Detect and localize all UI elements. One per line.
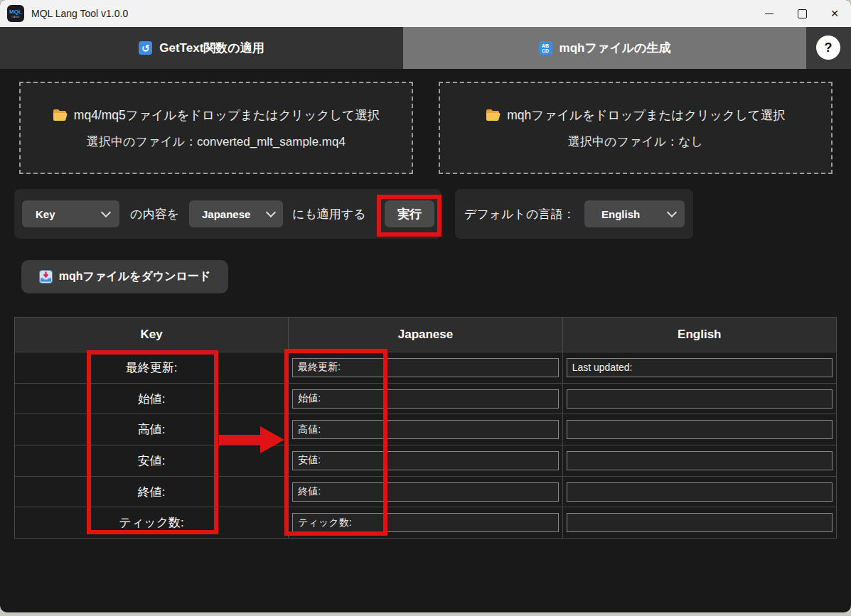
tab-mqh-generate[interactable]: AB CD mqhファイルの生成 (403, 27, 806, 69)
execute-button[interactable]: 実行 (385, 200, 434, 227)
taskbar-edge (0, 612, 851, 616)
table-row: 終値: (15, 476, 836, 507)
titlebar: MQL LANG MQL Lang Tool v1.0.0 × (0, 0, 851, 27)
japanese-input[interactable] (292, 420, 558, 439)
folder-icon (53, 109, 68, 121)
english-input[interactable] (567, 389, 833, 409)
folder-icon (486, 109, 501, 121)
table-row: 始値: (15, 383, 836, 414)
japanese-input[interactable] (292, 358, 558, 377)
dropzone-mq4[interactable]: mq4/mq5ファイルをドロップまたはクリックして選択 選択中のファイル：con… (19, 82, 413, 174)
header-key: Key (15, 318, 289, 352)
japanese-cell (289, 507, 562, 538)
apply-panel: Key の内容を Japanese にも適用する 実行 (14, 189, 441, 239)
key-text: 最終更新: (126, 360, 178, 376)
window-title: MQL Lang Tool v1.0.0 (31, 8, 128, 19)
key-text: 始値: (138, 391, 166, 407)
english-cell (563, 414, 836, 445)
window-controls: × (753, 0, 851, 27)
apply-suffix-text: にも適用する (292, 189, 366, 239)
app-window: MQL LANG MQL Lang Tool v1.0.0 × ↺ GetTex (0, 0, 851, 616)
minimize-icon (765, 13, 774, 14)
dropzone-mqh[interactable]: mqhファイルをドロップまたはクリックして選択 選択中のファイル：なし (439, 82, 833, 174)
key-text: 安値: (138, 453, 166, 469)
key-cell: 始値: (15, 384, 289, 414)
app-logo-icon: MQL LANG (7, 5, 24, 22)
tab-mqh-label: mqhファイルの生成 (560, 40, 671, 56)
tab-gettext-apply[interactable]: ↺ GetText関数の適用 (0, 27, 403, 69)
chevron-down-icon (667, 207, 677, 217)
key-text: 高値: (138, 421, 166, 438)
english-input[interactable] (567, 358, 833, 377)
tab-gettext-label: GetText関数の適用 (159, 40, 264, 56)
download-inbox-icon (39, 270, 53, 283)
table-row: ティック数: (15, 507, 836, 538)
help-zone: ? (806, 27, 851, 69)
dropzone-mqh-selected-file: 選択中のファイル：なし (568, 134, 703, 150)
refresh-icon: ↺ (139, 41, 152, 55)
japanese-cell (289, 414, 562, 445)
dropzone-mq4-selected-file: 選択中のファイル：converted_mlt_sample.mq4 (87, 134, 346, 150)
minimize-button[interactable] (753, 0, 786, 27)
maximize-button[interactable] (786, 0, 818, 27)
table-row: 安値: (15, 445, 836, 476)
japanese-cell (289, 445, 562, 476)
english-input[interactable] (567, 513, 833, 532)
header-english: English (563, 318, 836, 352)
default-language-select[interactable]: English (584, 200, 685, 227)
english-cell (563, 507, 836, 538)
dropzone-mq4-prompt: mq4/mq5ファイルをドロップまたはクリックして選択 (53, 107, 380, 124)
download-mqh-button[interactable]: mqhファイルをダウンロード (21, 260, 228, 293)
target-language-select[interactable]: Japanese (189, 200, 283, 227)
app-logo-subtext: LANG (12, 16, 20, 18)
key-cell: ティック数: (15, 507, 289, 538)
key-cell: 安値: (15, 445, 289, 476)
key-cell: 最終更新: (15, 352, 289, 383)
chevron-down-icon (101, 207, 111, 217)
chevron-down-icon (266, 207, 276, 217)
table-header-row: Key Japanese English (15, 318, 836, 352)
download-button-label: mqhファイルをダウンロード (59, 269, 211, 284)
english-input[interactable] (567, 420, 833, 439)
japanese-cell (289, 477, 562, 507)
japanese-input[interactable] (292, 389, 558, 409)
english-cell (563, 384, 836, 414)
key-text: ティック数: (119, 514, 184, 531)
key-cell: 高値: (15, 414, 289, 445)
default-language-label: デフォルトの言語： (464, 189, 574, 239)
main-window: MQL LANG MQL Lang Tool v1.0.0 × ↺ GetTex (0, 0, 851, 612)
english-input[interactable] (567, 482, 833, 502)
english-cell (563, 352, 836, 383)
tab-bar: ↺ GetText関数の適用 AB CD mqhファイルの生成 ? (0, 27, 851, 69)
japanese-input[interactable] (292, 513, 558, 532)
abcd-icon: AB CD (539, 41, 552, 55)
help-button[interactable]: ? (816, 36, 840, 60)
apply-middle-text: の内容を (130, 189, 179, 239)
header-japanese: Japanese (289, 318, 562, 352)
table-row: 最終更新: (15, 352, 836, 383)
key-cell: 終値: (15, 477, 289, 507)
key-text: 終値: (138, 484, 166, 500)
source-column-select[interactable]: Key (22, 200, 119, 227)
japanese-input[interactable] (292, 451, 558, 470)
english-input[interactable] (567, 451, 833, 470)
maximize-icon (798, 9, 807, 18)
close-button[interactable]: × (818, 0, 851, 27)
english-cell (563, 445, 836, 476)
japanese-input[interactable] (292, 482, 558, 502)
default-language-panel: デフォルトの言語： English (455, 189, 693, 239)
dropzone-mqh-prompt: mqhファイルをドロップまたはクリックして選択 (486, 107, 785, 124)
english-cell (563, 477, 836, 507)
japanese-cell (289, 384, 562, 414)
app-logo-text: MQL (9, 9, 22, 15)
translation-table: Key Japanese English 最終更新: 始値: 高値: 安値: (14, 317, 837, 539)
japanese-cell (289, 352, 562, 383)
table-row: 高値: (15, 414, 836, 445)
